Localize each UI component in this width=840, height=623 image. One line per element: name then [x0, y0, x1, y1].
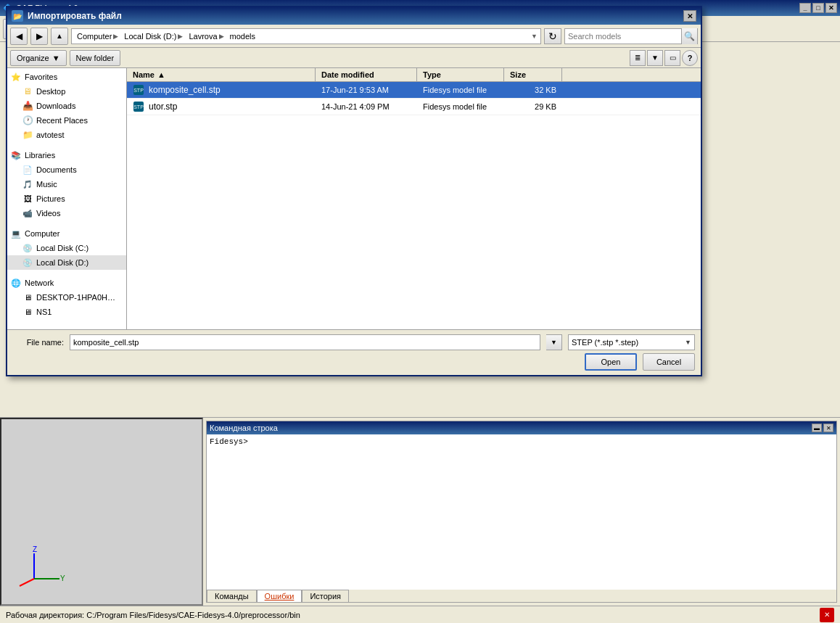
organize-btn[interactable]: Organize ▼	[10, 50, 67, 66]
dialog-content: ⭐ Favorites 🖥 Desktop 📥 Downloads 🕐 Rece…	[7, 68, 701, 329]
favorites-label: Favorites	[25, 73, 57, 81]
recent-icon: 🕐	[22, 115, 33, 126]
computer-section-icon: 💻	[10, 228, 22, 239]
search-icon[interactable]: 🔍	[681, 28, 697, 44]
file-name-cell-0: STP komposite_cell.stp	[127, 82, 316, 98]
file-list-header: Name ▲ Date modified Type Size	[127, 68, 701, 82]
libraries-label: Libraries	[25, 151, 55, 160]
videos-label: Videos	[36, 209, 60, 218]
filetype-arrow: ▼	[685, 339, 691, 346]
pictures-label: Pictures	[36, 194, 65, 203]
sidebar-item-videos[interactable]: 📹 Videos	[7, 206, 126, 220]
file-name-0: komposite_cell.stp	[149, 85, 221, 95]
music-label: Music	[36, 180, 57, 189]
nav-forward-btn[interactable]: ▶	[30, 28, 48, 45]
file-date-0: 17-Jun-21 9:53 AM	[316, 83, 417, 96]
nav-refresh-btn[interactable]: ↻	[544, 28, 561, 44]
recent-label: Recent Places	[36, 116, 88, 125]
desktop-label: Desktop	[36, 87, 65, 96]
view-list-btn[interactable]: ≣	[630, 50, 646, 66]
file-name-cell-1: STP utor.stp	[127, 99, 316, 115]
desktop-icon: 🖥	[22, 86, 33, 97]
downloads-icon: 📥	[22, 100, 33, 112]
network-ns1-icon: 🖥	[22, 306, 33, 318]
avtotest-label: avtotest	[36, 131, 65, 139]
music-icon: 🎵	[22, 178, 33, 190]
col-header-type[interactable]: Type	[417, 68, 504, 81]
videos-icon: 📹	[22, 207, 33, 219]
file-icon-0: STP	[133, 84, 144, 96]
view-preview-btn[interactable]: ▭	[664, 50, 680, 66]
search-input[interactable]	[565, 32, 681, 41]
nav-bar: ◀ ▶ ▲ Computer ▶ Local Disk (D:) ▶ Lavro…	[7, 25, 701, 48]
file-row-1[interactable]: STP utor.stp 14-Jun-21 4:09 PM Fidesys m…	[127, 99, 701, 115]
new-folder-label: New folder	[76, 54, 115, 62]
nav-path: Computer ▶ Local Disk (D:) ▶ Lavrova ▶ m…	[71, 28, 541, 44]
filename-input[interactable]	[70, 334, 540, 350]
sidebar-item-documents[interactable]: 📄 Documents	[7, 162, 126, 177]
star-icon: ⭐	[10, 71, 22, 83]
view-dropdown-btn[interactable]: ▼	[647, 50, 663, 66]
stp-icon-1: STP	[133, 102, 144, 112]
new-folder-btn[interactable]: New folder	[70, 50, 121, 66]
cancel-btn[interactable]: Cancel	[643, 353, 695, 371]
file-size-1: 29 KB	[504, 100, 562, 113]
drive-d-icon: 💿	[22, 257, 33, 268]
sidebar-item-ns1[interactable]: 🖥 NS1	[7, 305, 126, 319]
network-pc1-icon: 🖥	[22, 292, 33, 303]
sidebar-item-desktop[interactable]: 🖥 Desktop	[7, 84, 126, 99]
file-row-0[interactable]: STP komposite_cell.stp 17-Jun-21 9:53 AM…	[127, 82, 701, 99]
nav-path-disk[interactable]: Local Disk (D:) ▶	[122, 31, 185, 41]
network-header: 🌐 Network	[7, 274, 126, 290]
dialog-close-btn[interactable]: ✕	[683, 10, 696, 22]
file-toolbar: Organize ▼ New folder ≣ ▼ ▭ ?	[7, 48, 701, 68]
dialog-titlebar: 📂 Импортировать файл ✕	[7, 7, 701, 25]
nav-path-lavrova-label: Lavrova	[189, 32, 217, 41]
nav-path-models[interactable]: models	[228, 31, 258, 41]
nav-search: 🔍	[564, 28, 698, 44]
documents-label: Documents	[36, 165, 77, 174]
help-btn[interactable]: ?	[682, 50, 698, 66]
avtotest-icon: 📁	[22, 129, 33, 141]
col-type-label: Type	[423, 70, 441, 79]
sidebar-item-avtotest[interactable]: 📁 avtotest	[7, 128, 126, 142]
nav-back-btn[interactable]: ◀	[10, 28, 28, 45]
filetype-label: STEP (*.stp *.step)	[572, 338, 638, 347]
nav-up-btn[interactable]: ▲	[51, 28, 68, 45]
filetype-select[interactable]: STEP (*.stp *.step) ▼	[568, 334, 695, 350]
network-ns1-label: NS1	[36, 308, 52, 316]
drive-c-icon: 💿	[22, 242, 33, 254]
col-header-date[interactable]: Date modified	[316, 68, 417, 81]
filename-label: File name:	[13, 338, 64, 347]
file-size-0: 32 KB	[504, 83, 562, 96]
sidebar-item-desktop1[interactable]: 🖥 DESKTOP-1HPA0H…	[7, 290, 126, 305]
col-header-size[interactable]: Size	[504, 68, 562, 81]
nav-path-dropdown[interactable]: ▼	[531, 33, 538, 40]
nav-path-computer[interactable]: Computer ▶	[75, 31, 120, 41]
nav-path-lavrova[interactable]: Lavrova ▶	[186, 31, 226, 41]
documents-icon: 📄	[22, 164, 33, 176]
organize-label: Organize	[17, 54, 49, 62]
sidebar-item-pictures[interactable]: 🖼 Pictures	[7, 191, 126, 206]
nav-arrow-3: ▶	[219, 33, 224, 40]
sidebar-item-music[interactable]: 🎵 Music	[7, 177, 126, 191]
libraries-header: 📚 Libraries	[7, 147, 126, 162]
sidebar-item-recent[interactable]: 🕐 Recent Places	[7, 113, 126, 128]
open-btn[interactable]: Open	[585, 353, 637, 371]
col-header-name[interactable]: Name ▲	[127, 68, 316, 81]
filename-dropdown[interactable]: ▼	[546, 334, 562, 350]
dialog-overlay: 📂 Импортировать файл ✕ ◀ ▶ ▲ Computer ▶ …	[0, 0, 840, 623]
file-type-1: Fidesys model file	[417, 100, 504, 113]
drive-c-label: Local Disk (C:)	[36, 244, 88, 252]
sidebar-item-drive-d[interactable]: 💿 Local Disk (D:)	[7, 255, 126, 270]
sidebar-item-drive-c[interactable]: 💿 Local Disk (C:)	[7, 241, 126, 255]
sidebar-item-downloads[interactable]: 📥 Downloads	[7, 99, 126, 113]
network-pc1-label: DESKTOP-1HPA0H…	[36, 293, 115, 302]
import-dialog: 📂 Импортировать файл ✕ ◀ ▶ ▲ Computer ▶ …	[6, 6, 702, 376]
nav-path-computer-label: Computer	[77, 32, 112, 41]
col-size-label: Size	[510, 70, 526, 79]
organize-arrow: ▼	[52, 54, 60, 62]
file-date-1: 14-Jun-21 4:09 PM	[316, 100, 417, 113]
downloads-label: Downloads	[36, 102, 75, 110]
dialog-buttons: Open Cancel	[13, 353, 695, 371]
